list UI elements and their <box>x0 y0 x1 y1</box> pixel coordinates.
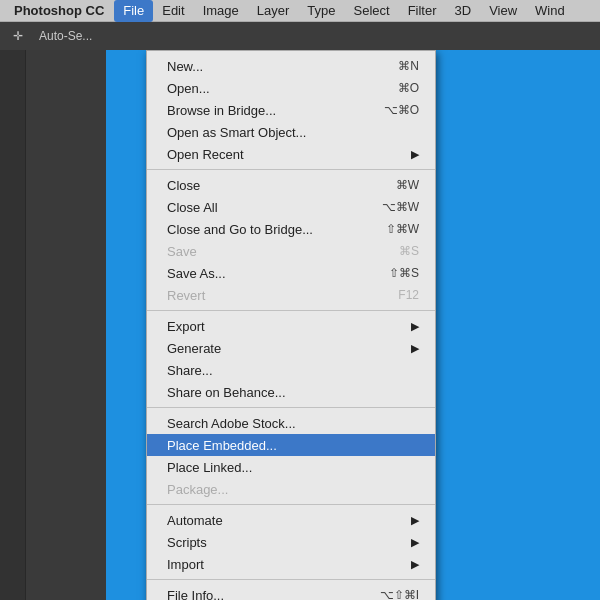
app-name: Photoshop CC <box>4 3 114 18</box>
sidebar-tools <box>0 50 26 600</box>
menu-file[interactable]: File <box>114 0 153 22</box>
menu-layer[interactable]: Layer <box>248 0 299 22</box>
menu-item-package: Package... <box>147 478 435 500</box>
main-area: New... ⌘N Open... ⌘O Browse in Bridge...… <box>0 50 600 600</box>
separator-3 <box>147 407 435 408</box>
menu-item-open-recent[interactable]: Open Recent ▶ <box>147 143 435 165</box>
canvas-area: New... ⌘N Open... ⌘O Browse in Bridge...… <box>26 50 600 600</box>
toolbar: ✛ Auto-Se... <box>0 22 600 50</box>
menu-item-import[interactable]: Import ▶ <box>147 553 435 575</box>
menu-item-save: Save ⌘S <box>147 240 435 262</box>
separator-5 <box>147 579 435 580</box>
menu-view[interactable]: View <box>480 0 526 22</box>
menu-wind[interactable]: Wind <box>526 0 574 22</box>
menu-item-revert: Revert F12 <box>147 284 435 306</box>
separator-4 <box>147 504 435 505</box>
file-dropdown-menu: New... ⌘N Open... ⌘O Browse in Bridge...… <box>146 50 436 600</box>
menu-item-browse-bridge[interactable]: Browse in Bridge... ⌥⌘O <box>147 99 435 121</box>
menu-item-share-behance[interactable]: Share on Behance... <box>147 381 435 403</box>
menu-item-place-embedded[interactable]: Place Embedded... <box>147 434 435 456</box>
menu-item-generate[interactable]: Generate ▶ <box>147 337 435 359</box>
menu-item-save-as[interactable]: Save As... ⇧⌘S <box>147 262 435 284</box>
menu-select[interactable]: Select <box>344 0 398 22</box>
menu-image[interactable]: Image <box>194 0 248 22</box>
menu-edit[interactable]: Edit <box>153 0 193 22</box>
toolbar-mode[interactable]: Auto-Se... <box>34 27 97 45</box>
menu-item-close-all[interactable]: Close All ⌥⌘W <box>147 196 435 218</box>
menu-item-close[interactable]: Close ⌘W <box>147 174 435 196</box>
menu-item-file-info[interactable]: File Info... ⌥⇧⌘I <box>147 584 435 600</box>
menu-item-export[interactable]: Export ▶ <box>147 315 435 337</box>
menu-3d[interactable]: 3D <box>446 0 481 22</box>
menu-item-open-smart[interactable]: Open as Smart Object... <box>147 121 435 143</box>
dropdown-overlay: New... ⌘N Open... ⌘O Browse in Bridge...… <box>26 50 600 600</box>
separator-2 <box>147 310 435 311</box>
toolbar-move-icon[interactable]: ✛ <box>8 27 28 45</box>
menu-item-share[interactable]: Share... <box>147 359 435 381</box>
menu-item-new[interactable]: New... ⌘N <box>147 55 435 77</box>
menu-type[interactable]: Type <box>298 0 344 22</box>
menu-filter[interactable]: Filter <box>399 0 446 22</box>
menubar: Photoshop CC File Edit Image Layer Type … <box>0 0 600 22</box>
menu-item-automate[interactable]: Automate ▶ <box>147 509 435 531</box>
menu-item-close-bridge[interactable]: Close and Go to Bridge... ⇧⌘W <box>147 218 435 240</box>
separator-1 <box>147 169 435 170</box>
menu-item-open[interactable]: Open... ⌘O <box>147 77 435 99</box>
menu-item-search-stock[interactable]: Search Adobe Stock... <box>147 412 435 434</box>
menu-item-scripts[interactable]: Scripts ▶ <box>147 531 435 553</box>
menu-item-place-linked[interactable]: Place Linked... <box>147 456 435 478</box>
